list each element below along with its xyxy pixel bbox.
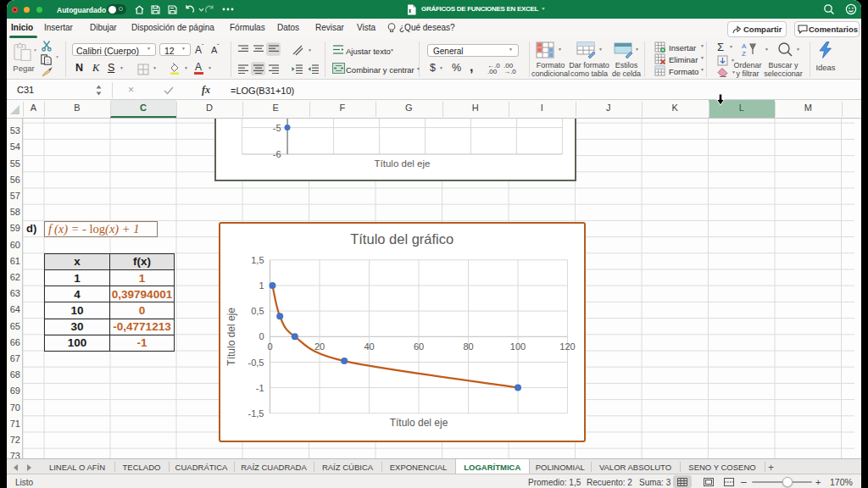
svg-text:0,5: 0,5 bbox=[251, 306, 264, 316]
svg-text:0: 0 bbox=[267, 341, 272, 352]
svg-text:Título del eje: Título del eje bbox=[390, 417, 448, 429]
svg-text:A: A bbox=[742, 42, 747, 50]
svg-text:-1: -1 bbox=[256, 383, 264, 393]
svg-text:80: 80 bbox=[463, 341, 473, 352]
svg-text:40: 40 bbox=[364, 341, 374, 352]
svg-text:Título del eje: Título del eje bbox=[374, 158, 430, 169]
svg-text:Título del gráfico: Título del gráfico bbox=[350, 231, 453, 247]
svg-text:-6: -6 bbox=[272, 149, 281, 159]
svg-text:Título del eje: Título del eje bbox=[225, 308, 237, 366]
svg-text:1: 1 bbox=[259, 280, 264, 291]
svg-text:120: 120 bbox=[559, 341, 575, 352]
svg-text:-0,5: -0,5 bbox=[248, 358, 264, 368]
svg-text:60: 60 bbox=[414, 341, 424, 352]
svg-text:20: 20 bbox=[314, 341, 325, 352]
svg-text:100: 100 bbox=[510, 341, 526, 352]
svg-text:-1,5: -1,5 bbox=[248, 408, 264, 419]
svg-text:-5: -5 bbox=[272, 123, 281, 133]
svg-text:1,5: 1,5 bbox=[251, 255, 264, 265]
svg-text:0: 0 bbox=[259, 331, 264, 341]
svg-text:Z: Z bbox=[742, 50, 746, 57]
